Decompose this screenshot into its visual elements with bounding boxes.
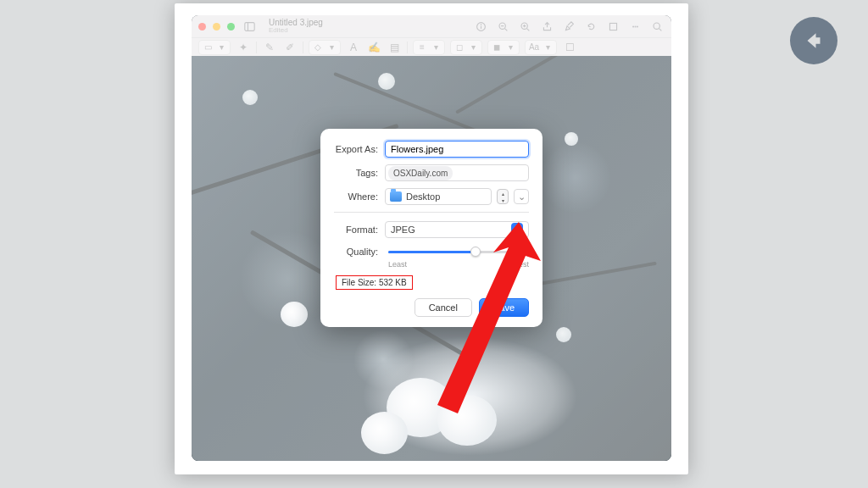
format-value: JPEG (391, 225, 415, 235)
search-icon[interactable] (649, 19, 665, 34)
format-label: Format: (334, 225, 385, 235)
quality-best-label: Best (514, 260, 529, 269)
svg-rect-0 (244, 22, 253, 30)
zoom-in-icon[interactable] (517, 19, 532, 34)
sidebar-toggle-icon[interactable] (242, 19, 257, 34)
note-tool-icon[interactable]: ▤ (387, 40, 402, 55)
svg-point-3 (480, 24, 481, 25)
preview-app-window: Untitled 3.jpeg Edited ▭▾ ✦ ✎ ✐ ◇▾ A ✍ (192, 15, 671, 461)
shapes-tool-icon[interactable]: ◇ (312, 42, 324, 53)
minimize-window-icon[interactable] (213, 23, 220, 30)
crop-icon[interactable] (605, 19, 620, 34)
chevron-down-icon[interactable]: ▾ (467, 42, 479, 53)
zoom-window-icon[interactable] (227, 23, 235, 30)
format-select[interactable]: JPEG (385, 221, 529, 238)
export-dialog: Export As: Tags: OSXDaily.com Where: Des… (320, 129, 542, 327)
rotate-icon[interactable] (583, 19, 598, 34)
where-stepper[interactable]: ▴▾ (497, 189, 509, 204)
quality-slider[interactable] (388, 245, 529, 258)
svg-point-14 (634, 25, 636, 27)
folder-icon (390, 191, 402, 202)
svg-line-9 (526, 28, 529, 30)
export-as-input[interactable] (385, 141, 529, 158)
selection-tool-icon[interactable]: ▭ (202, 42, 214, 53)
tags-input[interactable]: OSXDaily.com (385, 164, 529, 181)
select-chevrons-icon (511, 223, 523, 236)
sketch-tool-icon[interactable]: ✎ (262, 40, 277, 55)
zoom-out-icon[interactable] (495, 19, 510, 34)
share-icon[interactable] (539, 19, 554, 34)
quality-least-label: Least (388, 260, 407, 269)
stroke-color-icon[interactable]: ◻ (453, 42, 465, 53)
where-select[interactable]: Desktop (385, 188, 492, 205)
svg-point-16 (654, 23, 659, 29)
window-title: Untitled 3.jpeg Edited (269, 19, 323, 34)
close-window-icon[interactable] (198, 23, 206, 30)
svg-point-13 (632, 25, 634, 27)
svg-rect-4 (480, 25, 481, 28)
tags-label: Tags: (334, 168, 385, 178)
svg-point-15 (636, 25, 637, 27)
cancel-button[interactable]: Cancel (415, 298, 472, 317)
fill-color-icon[interactable]: ◼ (491, 42, 503, 53)
svg-line-6 (504, 28, 507, 30)
line-weight-icon[interactable]: ≡ (416, 42, 428, 53)
svg-rect-12 (609, 23, 616, 30)
screenshot-board: Untitled 3.jpeg Edited ▭▾ ✦ ✎ ✐ ◇▾ A ✍ (175, 3, 688, 474)
where-value: Desktop (406, 191, 440, 202)
chevron-down-icon[interactable]: ▾ (504, 42, 516, 53)
annotate-tool-icon[interactable]: ☐ (562, 40, 577, 55)
markup-icon[interactable] (561, 19, 576, 34)
markup-toolbar: ▭▾ ✦ ✎ ✐ ◇▾ A ✍ ▤ ≡▾ ◻▾ ◼▾ Aa▾ ☐ (192, 37, 671, 56)
chevron-down-icon[interactable]: ▾ (430, 42, 442, 53)
text-tool-icon[interactable]: A (346, 40, 361, 55)
quality-label: Quality: (334, 247, 385, 257)
file-size-readout: File Size: 532 KB (336, 275, 413, 290)
chevron-down-icon[interactable]: ▾ (326, 42, 337, 53)
chevron-down-icon[interactable]: ▾ (542, 42, 554, 53)
chevron-down-icon[interactable]: ▾ (215, 42, 227, 53)
edit-icon[interactable] (627, 19, 643, 34)
lasso-tool-icon[interactable]: ✦ (236, 40, 251, 55)
tag-token[interactable]: OSXDaily.com (388, 166, 453, 180)
window-titlebar: Untitled 3.jpeg Edited (192, 15, 671, 37)
expand-save-panel-button[interactable]: ⌄ (514, 189, 529, 204)
info-icon[interactable] (473, 19, 488, 34)
svg-line-17 (659, 28, 661, 30)
site-logo (790, 17, 837, 64)
export-as-label: Export As: (334, 144, 385, 154)
where-label: Where: (334, 191, 385, 202)
draw-tool-icon[interactable]: ✐ (282, 40, 298, 55)
font-tool-icon[interactable]: Aa (528, 42, 540, 53)
sign-tool-icon[interactable]: ✍ (366, 40, 381, 55)
window-edited-status: Edited (269, 27, 323, 34)
save-button[interactable]: Save (479, 298, 529, 317)
